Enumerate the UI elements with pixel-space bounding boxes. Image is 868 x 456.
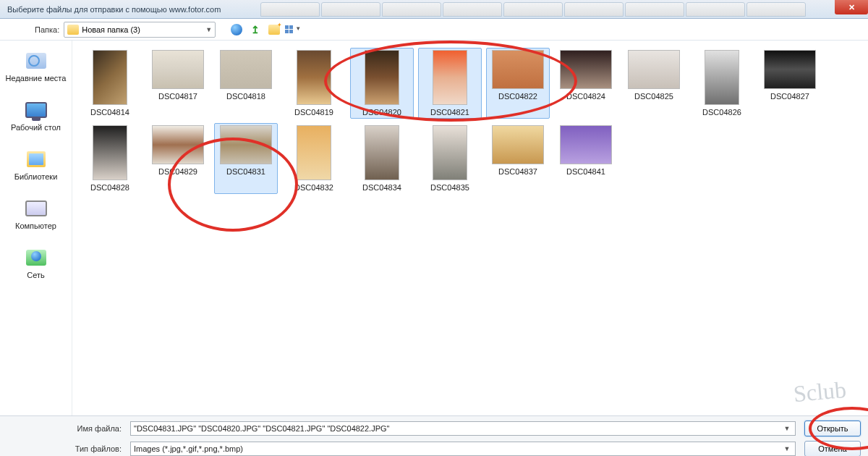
file-item[interactable]: DSC04834 bbox=[350, 123, 414, 194]
file-thumbnail bbox=[764, 50, 816, 89]
nav-back-button[interactable] bbox=[229, 22, 244, 38]
places-recent[interactable]: Недавние места bbox=[4, 46, 69, 85]
titlebar: Выберите файлы для отправки с помощью ww… bbox=[0, 0, 868, 19]
file-thumbnail bbox=[93, 50, 127, 105]
chevron-down-icon: ▼ bbox=[205, 26, 212, 33]
globe-icon bbox=[231, 24, 242, 35]
filename-value: "DSC04831.JPG" "DSC04820.JPG" "DSC04821.… bbox=[134, 424, 389, 433]
file-item[interactable]: DSC04832 bbox=[282, 123, 346, 194]
file-item[interactable]: DSC04828 bbox=[78, 123, 142, 194]
file-item[interactable]: DSC04829 bbox=[146, 123, 210, 194]
places-desktop[interactable]: Рабочий стол bbox=[4, 96, 69, 135]
file-label: DSC04820 bbox=[362, 108, 401, 117]
file-item[interactable]: DSC04826 bbox=[690, 48, 754, 119]
folder-combobox[interactable]: Новая папка (3) ▼ bbox=[64, 22, 216, 38]
file-item[interactable]: DSC04822 bbox=[486, 48, 550, 119]
file-thumbnail bbox=[560, 50, 612, 89]
file-thumbnail bbox=[365, 50, 399, 105]
sidebar-item-label: Библиотеки bbox=[14, 172, 58, 181]
file-thumbnail bbox=[152, 125, 204, 164]
file-thumbnail bbox=[297, 125, 331, 180]
sidebar-item-label: Сеть bbox=[27, 271, 44, 279]
places-libraries-icon bbox=[25, 148, 48, 171]
open-button[interactable]: Открыть bbox=[804, 421, 861, 436]
sidebar-item-label: Компьютер bbox=[15, 221, 56, 230]
new-folder-icon bbox=[268, 25, 280, 35]
view-mode-button[interactable]: ▼ bbox=[285, 22, 301, 38]
file-item[interactable]: DSC04827 bbox=[758, 48, 822, 119]
file-item[interactable]: DSC04819 bbox=[282, 48, 346, 119]
file-label: DSC04822 bbox=[498, 92, 537, 101]
bg-tab[interactable] bbox=[686, 2, 745, 17]
bg-tab[interactable] bbox=[382, 2, 441, 17]
places-computer[interactable]: Компьютер bbox=[4, 194, 69, 233]
file-thumbnail bbox=[705, 50, 739, 105]
file-item[interactable]: DSC04818 bbox=[214, 48, 278, 119]
file-thumbnail bbox=[152, 50, 204, 89]
filetype-combobox[interactable]: Images (*.jpg,*.gif,*.png,*.bmp) ▼ bbox=[130, 442, 796, 456]
file-item[interactable]: DSC04831 bbox=[214, 123, 278, 194]
file-label: DSC04814 bbox=[90, 108, 129, 117]
places-sidebar: Недавние места Рабочий стол Библиотеки К… bbox=[0, 41, 72, 415]
file-thumbnail bbox=[365, 125, 399, 180]
file-thumbnail bbox=[297, 50, 331, 105]
window-title: Выберите файлы для отправки с помощью ww… bbox=[3, 5, 221, 14]
file-label: DSC04832 bbox=[294, 183, 333, 192]
filename-input[interactable]: "DSC04831.JPG" "DSC04820.JPG" "DSC04821.… bbox=[130, 421, 796, 436]
nav-up-button[interactable]: ↥ bbox=[247, 22, 263, 38]
file-item[interactable]: DSC04837 bbox=[486, 123, 550, 194]
bottom-bar: Имя файла: "DSC04831.JPG" "DSC04820.JPG"… bbox=[0, 415, 868, 456]
new-folder-button[interactable] bbox=[266, 22, 282, 38]
file-thumbnail bbox=[628, 50, 680, 89]
file-label: DSC04824 bbox=[566, 92, 605, 101]
file-grid[interactable]: DSC04814 DSC04817 DSC04818 DSC04819 DSC0… bbox=[72, 41, 868, 415]
file-label: DSC04831 bbox=[226, 167, 265, 176]
file-thumbnail bbox=[93, 125, 127, 180]
file-label: DSC04821 bbox=[430, 108, 469, 117]
file-item[interactable]: DSC04841 bbox=[554, 123, 618, 194]
file-label: DSC04828 bbox=[90, 183, 129, 192]
file-thumbnail bbox=[220, 125, 272, 164]
bg-tab[interactable] bbox=[503, 2, 563, 17]
places-computer-icon bbox=[25, 197, 48, 220]
toolbar-icons: ↥ ▼ bbox=[229, 22, 301, 38]
file-item[interactable]: DSC04824 bbox=[554, 48, 618, 119]
bg-tab[interactable] bbox=[564, 2, 624, 17]
file-item[interactable]: DSC04825 bbox=[622, 48, 686, 119]
close-icon: ✕ bbox=[848, 3, 855, 12]
background-tabs bbox=[260, 0, 806, 19]
file-item[interactable]: DSC04817 bbox=[146, 48, 210, 119]
file-item[interactable]: DSC04821 bbox=[418, 48, 482, 119]
toolbar: Папка: Новая папка (3) ▼ ↥ ▼ bbox=[0, 19, 868, 41]
file-thumbnail bbox=[433, 50, 467, 105]
file-item[interactable]: DSC04820 bbox=[350, 48, 414, 119]
bg-tab[interactable] bbox=[443, 2, 502, 17]
places-network[interactable]: Сеть bbox=[4, 243, 69, 282]
file-item[interactable]: DSC04814 bbox=[78, 48, 142, 119]
file-thumbnail bbox=[492, 50, 544, 89]
file-label: DSC04837 bbox=[498, 167, 537, 176]
cancel-button-label: Отмена bbox=[818, 444, 846, 453]
file-label: DSC04827 bbox=[770, 92, 809, 101]
bg-tab[interactable] bbox=[625, 2, 684, 17]
grid-view-icon: ▼ bbox=[285, 25, 301, 33]
file-thumbnail bbox=[560, 125, 612, 164]
sidebar-item-label: Рабочий стол bbox=[11, 123, 61, 132]
file-item[interactable]: DSC04835 bbox=[418, 123, 482, 194]
file-label: DSC04829 bbox=[158, 167, 197, 176]
filetype-label: Тип файлов: bbox=[64, 444, 122, 453]
file-label: DSC04841 bbox=[566, 167, 605, 176]
bg-tab[interactable] bbox=[260, 2, 320, 17]
cancel-button[interactable]: Отмена bbox=[804, 441, 861, 456]
places-libraries[interactable]: Библиотеки bbox=[4, 145, 69, 184]
bg-tab[interactable] bbox=[746, 2, 806, 17]
file-label: DSC04819 bbox=[294, 108, 333, 117]
bg-tab[interactable] bbox=[321, 2, 380, 17]
window-close-button[interactable]: ✕ bbox=[835, 0, 868, 14]
sidebar-item-label: Недавние места bbox=[6, 74, 67, 83]
folder-label: Папка: bbox=[35, 25, 59, 34]
file-thumbnail bbox=[492, 125, 544, 164]
file-label: DSC04825 bbox=[634, 92, 673, 101]
folder-value: Новая папка (3) bbox=[82, 25, 140, 34]
places-desktop-icon bbox=[25, 98, 48, 122]
